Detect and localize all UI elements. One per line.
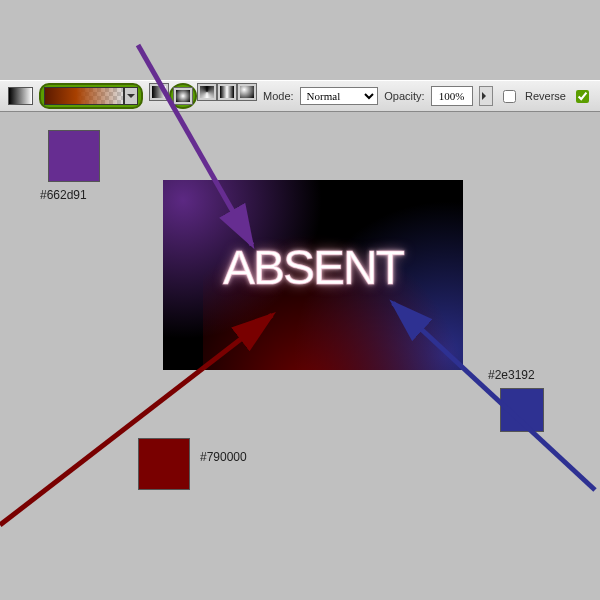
gradient-reflected-icon[interactable] — [217, 83, 237, 101]
swatch-blue — [500, 388, 544, 432]
gradient-linear-icon[interactable] — [149, 83, 169, 101]
swatch-purple — [48, 130, 100, 182]
gradient-angle-icon[interactable] — [197, 83, 217, 101]
hex-red: #790000 — [200, 450, 247, 464]
reverse-label: Reverse — [525, 90, 566, 102]
opacity-label: Opacity: — [384, 90, 424, 102]
hex-purple: #662d91 — [40, 188, 87, 202]
mode-select[interactable]: Normal — [300, 87, 379, 105]
reverse-checkbox[interactable] — [503, 90, 516, 103]
gradient-preset-highlight — [39, 83, 143, 109]
canvas-preview: ABSENT — [163, 180, 463, 370]
gradient-diamond-icon[interactable] — [237, 83, 257, 101]
mode-label: Mode: — [263, 90, 294, 102]
gradient-dropdown[interactable] — [124, 87, 138, 105]
dither-checkbox[interactable] — [576, 90, 589, 103]
gradient-radial-highlight — [169, 83, 197, 109]
artwork-text: ABSENT — [163, 240, 463, 295]
gradient-type-group — [149, 83, 257, 109]
opacity-flyout[interactable] — [479, 86, 493, 106]
gradient-toolbar: Mode: Normal Opacity: Reverse — [0, 80, 600, 112]
opacity-input[interactable] — [431, 86, 473, 106]
swatch-icon[interactable] — [8, 87, 33, 105]
gradient-preview[interactable] — [44, 87, 124, 105]
gradient-radial-icon[interactable] — [173, 87, 193, 105]
hex-blue: #2e3192 — [488, 368, 535, 382]
swatch-red — [138, 438, 190, 490]
